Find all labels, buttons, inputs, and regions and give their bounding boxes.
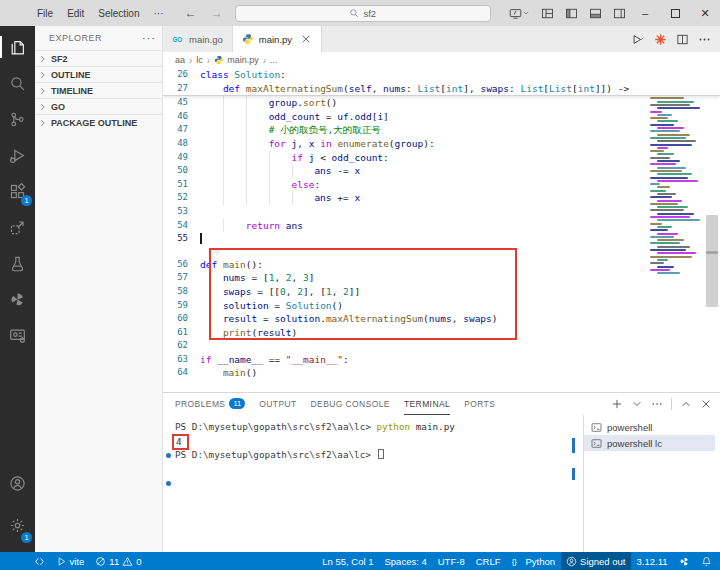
activity-run-and-debug[interactable] (0, 137, 35, 173)
status-notifications[interactable] (695, 552, 717, 570)
maximize-button[interactable] (660, 0, 690, 26)
activity-extension-screen[interactable] (0, 317, 35, 353)
activity-search[interactable] (0, 65, 35, 101)
breadcrumb-item-main-py[interactable]: main.py (214, 55, 259, 65)
tab-main-py[interactable]: main.py (233, 26, 322, 52)
sidebar-section-outline[interactable]: OUTLINE (35, 66, 162, 82)
breadcrumb-item-aa[interactable]: aa (175, 55, 185, 65)
code-line[interactable]: 46odd_count = uf.odd[i] (163, 110, 720, 124)
terminal[interactable]: PS D:\mysetup\gopath\src\sf2\aa\lc> pyth… (163, 415, 583, 552)
code-line[interactable]: 48for j, x in enumerate(group): (163, 137, 720, 151)
activity-extension-pinwheel[interactable] (0, 281, 35, 317)
command-center-search[interactable]: sf2 (235, 5, 491, 22)
tab-main-go[interactable]: GOmain.go (163, 26, 233, 52)
code-line[interactable]: 56def main(): (163, 258, 720, 272)
status-python-version[interactable]: 3.12.11 (631, 552, 673, 570)
activity-accounts[interactable] (0, 462, 35, 504)
editor-scrollbar[interactable] (706, 215, 718, 307)
menu-edit[interactable]: Edit (60, 6, 91, 21)
panel-tab-output[interactable]: OUTPUT (259, 393, 296, 415)
code-line[interactable]: 53 (163, 205, 720, 219)
code-line[interactable]: 58swaps = [[0, 2], [1, 2]] (163, 285, 720, 299)
code-line[interactable]: 60result = solution.maxAlternatingSum(nu… (163, 312, 720, 326)
breadcrumb[interactable]: aa›lc›main.py›... (163, 52, 720, 68)
code-line[interactable]: 49if j < odd_count: (163, 151, 720, 165)
code-line[interactable]: 59solution = Solution() (163, 299, 720, 313)
code-editor[interactable]: 26class Solution:27def maxAlternatingSum… (163, 68, 720, 392)
status-extension-pinwheel-status[interactable] (673, 552, 695, 570)
code-line[interactable]: 26class Solution: (163, 68, 720, 82)
minimap[interactable] (650, 71, 702, 275)
token: ] (383, 111, 389, 122)
code-line[interactable]: 61print(result) (163, 326, 720, 340)
code-line[interactable]: 63if __name__ == "__main__": (163, 353, 720, 367)
menu-selection[interactable]: Selection (91, 6, 146, 21)
panel-tab-problems[interactable]: PROBLEMS11 (175, 393, 245, 415)
status-remote-indicator[interactable] (28, 552, 50, 570)
code-line[interactable]: 50ans -= x (163, 164, 720, 178)
sidebar-section-package-outline[interactable]: PACKAGE OUTLINE (35, 114, 162, 130)
code-line[interactable]: 57nums = [1, 2, 3] (163, 271, 720, 285)
maximize-panel-button[interactable] (680, 398, 692, 410)
titlebar-action-layout-grid-icon[interactable] (541, 7, 554, 20)
code-line[interactable]: 54return ans (163, 219, 720, 233)
terminal-session-powershell[interactable]: powershell (584, 419, 715, 435)
status-eol[interactable]: CRLF (470, 552, 506, 570)
token: (): (246, 259, 263, 270)
sidebar-section-timeline[interactable]: TIMELINE (35, 82, 162, 98)
titlebar-action-toggle-panel-icon[interactable] (589, 7, 602, 20)
code-line[interactable]: 27def maxAlternatingSum(self, nums: List… (163, 82, 720, 96)
activity-source-control[interactable] (0, 101, 35, 137)
titlebar-action-toggle-sidebar-right-icon[interactable] (613, 7, 626, 20)
minimap-line (650, 170, 682, 172)
token: List (417, 83, 440, 94)
split-editor-button[interactable] (676, 33, 689, 46)
menu-overflow[interactable]: ··· (147, 6, 171, 21)
activity-settings[interactable]: 1 (0, 504, 35, 546)
status-vite-task[interactable]: vite (50, 552, 90, 570)
more-actions-button[interactable] (698, 33, 711, 46)
new-terminal-button[interactable] (611, 398, 623, 410)
code-line[interactable]: 62 (163, 339, 720, 353)
status-language-mode[interactable]: {}Python (506, 552, 561, 570)
run-button[interactable] (630, 33, 645, 46)
code-line[interactable]: 55 (163, 232, 720, 246)
code-line[interactable]: 51else: (163, 178, 720, 192)
status-encoding[interactable]: UTF-8 (432, 552, 470, 570)
token: maxAlternatingSum (246, 83, 343, 94)
panel-more-button[interactable] (651, 398, 663, 410)
activity-extensions[interactable]: 1 (0, 173, 35, 209)
status-problems-summary[interactable]: 110 (90, 552, 147, 570)
pytest-button[interactable] (654, 33, 667, 46)
nav-back-button[interactable]: ← (183, 6, 199, 20)
code-line[interactable]: 52ans += x (163, 191, 720, 205)
code-line[interactable]: 47# 小的取负号,大的取正号 (163, 123, 720, 137)
panel-tab-ports[interactable]: PORTS (464, 393, 495, 415)
titlebar-action-remote-window-icon[interactable] (509, 7, 530, 20)
breadcrumb-separator: › (263, 55, 266, 66)
activity-explorer[interactable] (0, 29, 35, 65)
minimize-button[interactable]: – (630, 0, 660, 26)
status-indentation[interactable]: Spaces: 4 (379, 552, 432, 570)
terminal-dropdown-button[interactable] (631, 398, 643, 410)
sidebar-more-button[interactable]: ··· (142, 32, 156, 44)
nav-forward-button[interactable]: → (209, 6, 225, 20)
activity-testing[interactable] (0, 245, 35, 281)
terminal-session-powershell-lc[interactable]: powershell lc (584, 435, 715, 451)
activity-remote-explorer[interactable] (0, 209, 35, 245)
titlebar-action-toggle-sidebar-left-icon[interactable] (565, 7, 578, 20)
close-panel-button[interactable] (700, 398, 712, 410)
status-signed-out[interactable]: Signed out (561, 552, 631, 570)
panel-tab-debug-console[interactable]: DEBUG CONSOLE (311, 393, 390, 415)
sidebar-section-sf2[interactable]: SF2 (35, 50, 162, 66)
close-button[interactable]: ✕ (690, 0, 720, 26)
code-line[interactable]: 64main() (163, 366, 720, 380)
status-cursor-position[interactable]: Ln 55, Col 1 (317, 552, 379, 570)
token: solution (223, 300, 269, 311)
breadcrumb-item-lc[interactable]: lc (196, 55, 203, 65)
panel-tab-terminal[interactable]: TERMINAL (404, 393, 450, 415)
breadcrumb-item----[interactable]: ... (270, 55, 278, 65)
sidebar-section-go[interactable]: GO (35, 98, 162, 114)
menu-file[interactable]: File (30, 6, 60, 21)
code-line[interactable]: 45group.sort() (163, 96, 720, 110)
